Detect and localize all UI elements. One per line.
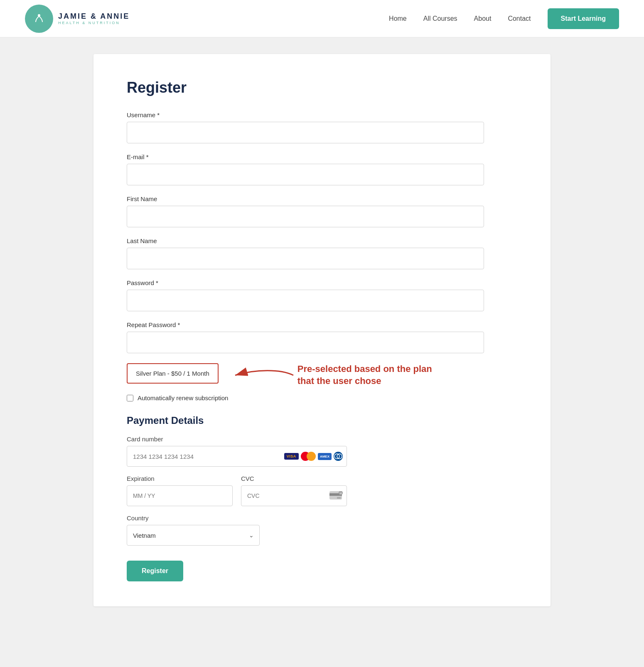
username-label: Username * [127,111,517,118]
plan-section: Silver Plan - $50 / 1 Month Pre-selected… [127,363,517,387]
form-title: Register [127,79,517,96]
first-name-group: First Name [127,195,517,227]
amex-icon: AMEX [318,453,332,460]
card-icons: VISA AMEX [284,452,343,461]
expiration-label: Expiration [127,475,233,482]
annotation-text: Pre-selected based on the plan that the … [297,363,439,387]
main-nav: Home All Courses About Contact Start Lea… [389,8,619,29]
expiration-input[interactable] [127,485,233,506]
auto-renew-label: Automatically renew subscription [138,394,228,401]
payment-section: Payment Details Card number 1234 1234 12… [127,415,517,581]
auto-renew-row: Automatically renew subscription [127,394,517,401]
username-group: Username * [127,111,517,143]
visa-icon: VISA [284,453,299,460]
svg-point-1 [38,14,40,17]
nav-home[interactable]: Home [389,15,407,22]
exp-cvc-row: Expiration MM / YY CVC CVC [127,475,347,506]
svg-point-0 [32,11,47,26]
nav-all-courses[interactable]: All Courses [423,15,457,22]
logo-title: JAMIE & ANNIE [58,12,130,21]
mastercard-icon [301,452,316,461]
card-input-wrapper: 1234 1234 1234 1234 VISA AMEX [127,446,347,467]
email-label: E-mail * [127,153,517,160]
arrow-icon [231,365,297,386]
payment-title: Payment Details [127,415,517,426]
password-input[interactable] [127,290,484,311]
site-header: JAMIE & ANNIE HEALTH & NUTRITION Home Al… [0,0,644,37]
svg-rect-8 [337,497,341,499]
logo[interactable]: JAMIE & ANNIE HEALTH & NUTRITION [25,5,130,33]
annotation-area: Pre-selected based on the plan that the … [231,363,439,387]
logo-circle [25,5,53,33]
plan-box[interactable]: Silver Plan - $50 / 1 Month [127,363,219,384]
last-name-group: Last Name [127,237,517,269]
start-learning-button[interactable]: Start Learning [548,8,619,29]
email-input[interactable] [127,164,484,185]
password-group: Password * [127,279,517,311]
first-name-input[interactable] [127,206,484,227]
country-group: Country Vietnam United States United Kin… [127,514,260,546]
diners-icon [334,452,343,461]
logo-subtitle: HEALTH & NUTRITION [58,21,130,25]
plan-box-wrapper: Silver Plan - $50 / 1 Month [127,363,219,384]
logo-text: JAMIE & ANNIE HEALTH & NUTRITION [58,12,130,25]
cvc-input-wrapper: CVC 12 [241,485,347,506]
main-content: Register Username * E-mail * First Name … [0,37,644,623]
auto-renew-checkbox[interactable] [127,395,133,401]
country-select-wrapper: Vietnam United States United Kingdom Aus… [127,525,260,546]
expiration-group: Expiration MM / YY [127,475,233,506]
nav-about[interactable]: About [474,15,492,22]
last-name-label: Last Name [127,237,517,244]
register-form-card: Register Username * E-mail * First Name … [93,54,551,606]
nav-contact[interactable]: Contact [508,15,531,22]
repeat-password-group: Repeat Password * [127,321,517,353]
svg-text:12: 12 [339,492,342,495]
cvc-group: CVC CVC 12 [241,475,347,506]
email-group: E-mail * [127,153,517,185]
card-number-group: Card number 1234 1234 1234 1234 VISA AME… [127,436,517,467]
repeat-password-input[interactable] [127,332,484,353]
password-label: Password * [127,279,517,286]
register-button[interactable]: Register [127,561,183,581]
card-number-label: Card number [127,436,517,443]
username-input[interactable] [127,122,484,143]
cvc-label: CVC [241,475,347,482]
last-name-input[interactable] [127,248,484,269]
country-select[interactable]: Vietnam United States United Kingdom Aus… [127,525,260,546]
svg-point-3 [334,452,342,460]
repeat-password-label: Repeat Password * [127,321,517,328]
cvc-card-icon: 12 [329,491,343,500]
first-name-label: First Name [127,195,517,202]
country-label: Country [127,514,260,522]
